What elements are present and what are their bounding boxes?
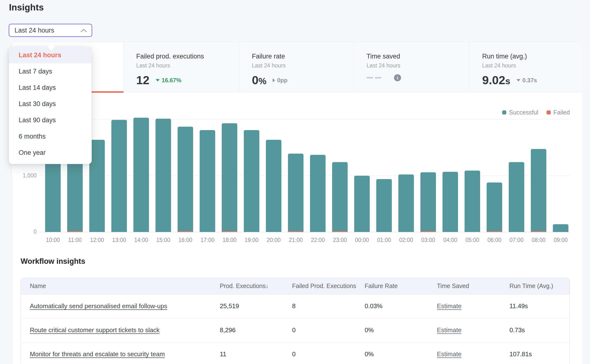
bar-23:00 (332, 162, 348, 232)
bar-21:00 (288, 154, 303, 232)
time-range-option-last-7-days[interactable]: Last 7 days (9, 63, 91, 80)
time-range-option-last-90-days[interactable]: Last 90 days (9, 112, 91, 128)
x-axis-label-21:00: 21:00 (284, 237, 308, 243)
bar-15:00 (156, 119, 171, 232)
stat-card-delta: 0pp (273, 77, 287, 84)
time-range-option-last-14-days[interactable]: Last 14 days (9, 80, 91, 96)
cell-failure_rate: 0.03% (365, 294, 437, 318)
x-axis-label-18:00: 18:00 (217, 237, 242, 243)
time-range-selected-label: Last 24 hours (15, 27, 54, 34)
x-axis-label-13:00: 13:00 (107, 237, 131, 243)
column-header-time_saved[interactable]: Time Saved (437, 278, 509, 294)
estimate-link[interactable]: Estimate (437, 326, 461, 334)
time-range-option-last-24-hours[interactable]: Last 24 hours (9, 47, 91, 63)
time-range-option-last-30-days[interactable]: Last 30 days (9, 96, 91, 112)
x-axis-label-06:00: 06:00 (482, 237, 507, 243)
cell-run_time_avg: 107.81s (509, 342, 570, 364)
bar-22:00 (310, 155, 326, 232)
stat-card-run-time-avg[interactable]: Run time (avg.)Last 24 hours9.02s0.37s (469, 42, 582, 92)
cell-failed_prod_executions: 0 (292, 318, 365, 342)
stat-card-failure-rate[interactable]: Failure rateLast 24 hours0%0pp (239, 42, 354, 92)
bar-20:00 (266, 140, 281, 232)
x-axis-label-19:00: 19:00 (239, 237, 264, 243)
stat-card-value: 9.02s (482, 74, 510, 86)
x-axis-label-08:00: 08:00 (526, 237, 551, 243)
stat-card-subtitle: Last 24 hours (136, 62, 232, 69)
bar-14:00 (133, 118, 149, 232)
x-axis-label-12:00: 12:00 (85, 237, 109, 243)
x-axis-label-23:00: 23:00 (328, 237, 352, 243)
cell-prod_executions: 8,296 (220, 318, 292, 342)
x-axis-label-03:00: 03:00 (416, 237, 440, 243)
chevron-up-icon (81, 29, 87, 32)
workflow-insights-heading: Workflow insights (21, 257, 85, 266)
cell-failed_prod_executions: 0 (292, 342, 365, 364)
x-axis-label-00:00: 00:00 (350, 237, 374, 243)
column-header-failed_prod_executions[interactable]: Failed Prod. Executions (292, 278, 365, 294)
bar-failed-segment (487, 231, 502, 232)
bar-failed-segment (531, 231, 546, 232)
stat-card-title: Time saved (367, 53, 462, 60)
stat-card-subtitle: Last 24 hours (482, 62, 575, 69)
x-axis-label-20:00: 20:00 (262, 237, 286, 243)
y-axis-label-1000: 1,000 (12, 172, 37, 179)
info-icon[interactable]: i (394, 74, 401, 81)
table-row: Monitor for threats and escalate to secu… (21, 342, 570, 364)
column-header-run_time_avg[interactable]: Run Time (Avg.) (509, 278, 570, 294)
bar-failed-segment (67, 231, 83, 232)
time-range-select[interactable]: Last 24 hours (9, 24, 92, 37)
sort-desc-icon: ↓ (266, 283, 269, 289)
cell-failed_prod_executions: 8 (292, 294, 365, 318)
bar-11:00 (67, 161, 83, 232)
cell-run_time_avg: 11.49s (509, 294, 570, 318)
estimate-link[interactable]: Estimate (437, 350, 461, 358)
bar-failed-segment (178, 231, 193, 232)
insights-panel: Failed prod. executionsLast 24 hours1216… (12, 42, 583, 364)
x-axis-label-11:00: 11:00 (63, 237, 87, 243)
bar-01:00 (376, 179, 392, 232)
x-axis-label-16:00: 16:00 (173, 237, 197, 243)
legend-swatch (547, 110, 551, 115)
column-header-prod_executions[interactable]: Prod. Executions↓ (220, 278, 292, 294)
legend-item-failed[interactable]: Failed (547, 109, 570, 116)
triangle-down-icon (516, 79, 520, 82)
bar-03:00 (420, 172, 436, 232)
x-axis-label-15:00: 15:00 (151, 237, 175, 243)
column-header-failure_rate[interactable]: Failure Rate (365, 278, 437, 294)
x-axis-label-09:00: 09:00 (549, 237, 573, 243)
workflow-insights-table: NameProd. Executions↓Failed Prod. Execut… (21, 278, 570, 364)
workflow-link[interactable]: Automatically send personalised email fo… (30, 302, 167, 310)
workflow-link[interactable]: Route critical customer support tickets … (30, 326, 160, 334)
cell-prod_executions: 25,519 (220, 294, 292, 318)
bar-18:00 (222, 123, 237, 232)
triangle-right-icon (273, 78, 275, 82)
cell-run_time_avg: 0.73s (509, 318, 570, 342)
column-header-name[interactable]: Name (21, 278, 220, 294)
x-axis-label-22:00: 22:00 (306, 237, 330, 243)
stat-card-value: 12 (136, 74, 150, 86)
stat-card-title: Failure rate (252, 53, 346, 60)
x-axis-label-17:00: 17:00 (195, 237, 220, 243)
bar-failed-segment (288, 231, 303, 232)
bar-05:00 (465, 171, 480, 232)
legend-swatch (502, 110, 506, 115)
x-axis-label-02:00: 02:00 (394, 237, 418, 243)
bar-16:00 (178, 127, 193, 232)
bar-00:00 (354, 176, 370, 232)
bar-09:00 (553, 224, 568, 232)
bar-02:00 (398, 174, 414, 232)
table-header-row: NameProd. Executions↓Failed Prod. Execut… (21, 278, 570, 294)
workflow-link[interactable]: Monitor for threats and escalate to secu… (30, 350, 165, 358)
estimate-link[interactable]: Estimate (437, 302, 461, 310)
stat-card-time-saved[interactable]: Time savedLast 24 hoursi (354, 42, 469, 92)
stat-card-delta: 16.67% (156, 77, 181, 84)
stat-card-subtitle: Last 24 hours (367, 62, 462, 69)
legend-item-successful[interactable]: Successful (502, 109, 538, 116)
time-range-option-6-months[interactable]: 6 months (9, 128, 91, 145)
stat-card-failed-prod-executions[interactable]: Failed prod. executionsLast 24 hours1216… (123, 42, 239, 92)
x-axis-label-10:00: 10:00 (41, 237, 65, 243)
time-range-option-one-year[interactable]: One year (9, 145, 91, 161)
bar-06:00 (487, 182, 502, 232)
bar-failed-segment (420, 231, 436, 232)
x-axis-label-05:00: 05:00 (460, 237, 484, 243)
